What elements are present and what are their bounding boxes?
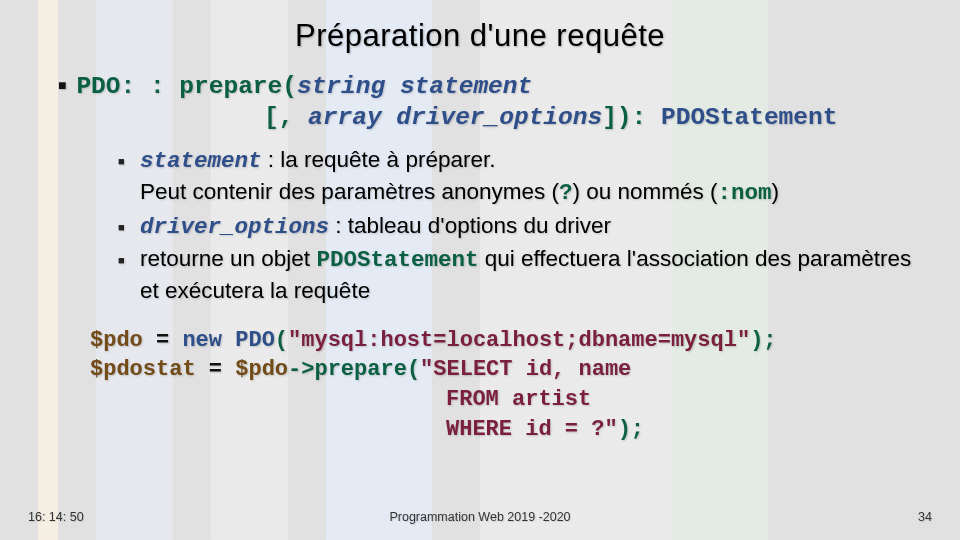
code-line: $pdo = new PDO("mysql:host=localhost;dbn… <box>90 326 914 356</box>
list-item-text: driver_options : tableau d'options du dr… <box>140 211 611 243</box>
sig-param2-name: driver_options <box>396 104 602 131</box>
sig-param1-name: statement <box>400 73 532 100</box>
code-line: FROM artist <box>90 385 914 415</box>
description-list: ■ statement : la requête à préparer. Peu… <box>118 145 914 305</box>
list-item: ■ retourne un objet PDOStatement qui eff… <box>118 244 914 305</box>
code-line: $pdostat = $pdo->prepare("SELECT id, nam… <box>90 355 914 385</box>
param-code: driver_options <box>140 214 329 240</box>
sig-name: PDO: : prepare <box>76 73 282 100</box>
footer-course: Programmation Web 2019 -2020 <box>389 510 570 524</box>
slide-title: Préparation d'une requête <box>0 0 960 54</box>
bullet-icon: ■ <box>118 211 140 235</box>
class-code: PDOStatement <box>316 247 478 273</box>
sig-param2-type: array <box>308 104 382 131</box>
bullet-icon: ■ <box>118 244 140 268</box>
sig-line2: [, array driver_options]): PDOStatement <box>264 103 914 134</box>
list-item: ■ driver_options : tableau d'options du … <box>118 211 914 243</box>
list-item: ■ statement : la requête à préparer. Peu… <box>118 145 914 208</box>
list-item-text: statement : la requête à préparer. Peut … <box>140 145 779 208</box>
slide-footer: 16: 14: 50 Programmation Web 2019 -2020 … <box>0 510 960 524</box>
method-signature: ■PDO: : prepare(string statement [, arra… <box>86 72 914 133</box>
slide-content: ■PDO: : prepare(string statement [, arra… <box>0 54 960 444</box>
code-line: WHERE id = ?"); <box>90 415 914 445</box>
sig-return: PDOStatement <box>661 104 837 131</box>
list-item-text: retourne un objet PDOStatement qui effec… <box>140 244 914 305</box>
sig-opt-open: [, <box>264 104 293 131</box>
bullet-icon: ■ <box>58 78 66 94</box>
sig-opt-close: ]): <box>602 104 646 131</box>
footer-page: 34 <box>918 510 932 524</box>
param-code: statement <box>140 148 262 174</box>
sig-param1-type: string <box>297 73 385 100</box>
code-example: $pdo = new PDO("mysql:host=localhost;dbn… <box>90 326 914 445</box>
footer-time: 16: 14: 50 <box>28 510 84 524</box>
bullet-icon: ■ <box>118 145 140 169</box>
slide: Préparation d'une requête ■PDO: : prepar… <box>0 0 960 540</box>
